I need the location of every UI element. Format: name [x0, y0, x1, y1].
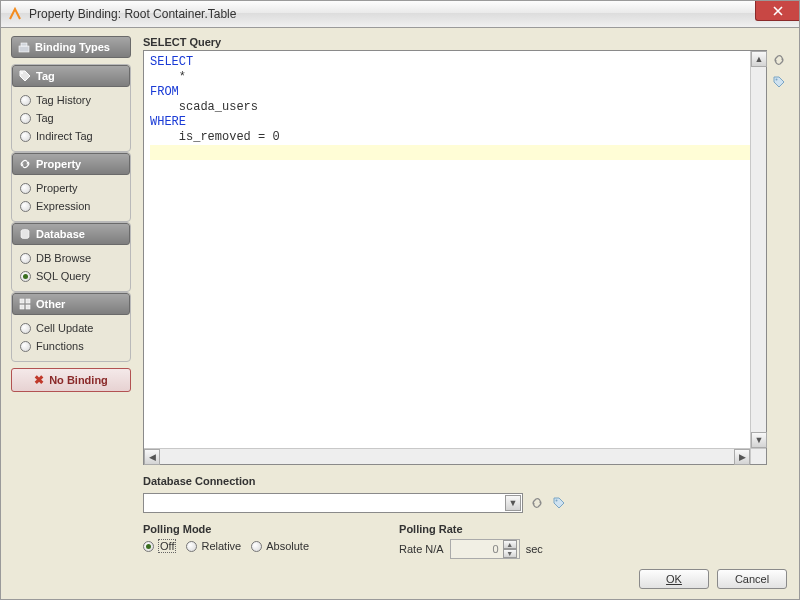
titlebar: Property Binding: Root Container.Table — [0, 0, 800, 28]
group-header-other: Other — [12, 293, 130, 315]
polling-rate-value: 0 — [453, 543, 503, 555]
option-label: Cell Update — [36, 322, 93, 334]
sidebar-group-other: OtherCell UpdateFunctions — [11, 292, 131, 362]
app-icon — [7, 6, 23, 22]
query-line: WHERE — [150, 115, 760, 130]
query-editor[interactable]: SELECT *FROM scada_usersWHERE is_removed… — [144, 51, 766, 464]
cancel-button[interactable]: Cancel — [717, 569, 787, 589]
polling-mode-options: OffRelativeAbsolute — [143, 539, 309, 553]
scroll-right-button[interactable]: ▶ — [734, 449, 750, 465]
query-editor-frame: SELECT *FROM scada_usersWHERE is_removed… — [143, 50, 767, 465]
binding-option-sql-query[interactable]: SQL Query — [18, 267, 124, 285]
dialog-footer: OK Cancel — [11, 569, 789, 589]
scroll-left-button[interactable]: ◀ — [144, 449, 160, 465]
scroll-up-button[interactable]: ▲ — [751, 51, 767, 67]
query-line: is_removed = 0 — [150, 130, 760, 145]
polling-rate-spinner[interactable]: 0 ▲ ▼ — [450, 539, 520, 559]
svg-rect-1 — [21, 43, 27, 46]
polling-option-absolute[interactable]: Absolute — [251, 540, 309, 552]
toolbox-icon — [18, 41, 30, 53]
db-link-icon[interactable] — [529, 495, 545, 511]
query-line: scada_users — [150, 100, 760, 115]
binding-option-tag[interactable]: Tag — [18, 109, 124, 127]
radio-icon — [20, 253, 31, 264]
query-line: FROM — [150, 85, 760, 100]
group-header-database: Database — [12, 223, 130, 245]
polling-option-relative[interactable]: Relative — [186, 540, 241, 552]
binding-option-functions[interactable]: Functions — [18, 337, 124, 355]
spinner-up-icon[interactable]: ▲ — [503, 540, 517, 549]
window-title: Property Binding: Root Container.Table — [29, 7, 236, 21]
option-label: Functions — [36, 340, 84, 352]
radio-icon — [20, 201, 31, 212]
remove-icon: ✖ — [34, 373, 44, 387]
option-label: Indirect Tag — [36, 130, 93, 142]
polling-rate-prefix: Rate N/A — [399, 543, 444, 555]
radio-icon — [251, 541, 262, 552]
query-line: * — [150, 70, 760, 85]
ok-button[interactable]: OK — [639, 569, 709, 589]
editor-caret-line — [150, 145, 760, 160]
radio-icon — [20, 341, 31, 352]
no-binding-button[interactable]: ✖ No Binding — [11, 368, 131, 392]
binding-option-expression[interactable]: Expression — [18, 197, 124, 215]
polling-option-label: Off — [158, 539, 176, 553]
sidebar-group-tag: TagTag HistoryTagIndirect Tag — [11, 64, 131, 152]
option-label: SQL Query — [36, 270, 91, 282]
link-icon — [19, 158, 31, 170]
tag-icon — [19, 70, 31, 82]
sidebar-group-database: DatabaseDB BrowseSQL Query — [11, 222, 131, 292]
svg-point-9 — [556, 500, 558, 502]
select-query-label: SELECT Query — [143, 36, 789, 48]
option-label: Tag — [36, 112, 54, 124]
polling-option-label: Absolute — [266, 540, 309, 552]
radio-icon — [186, 541, 197, 552]
cancel-label: Cancel — [735, 573, 769, 585]
radio-icon — [20, 323, 31, 334]
ok-label: OK — [666, 573, 682, 585]
radio-icon — [20, 131, 31, 142]
group-label: Property — [36, 158, 81, 170]
insert-tag-icon[interactable] — [771, 74, 787, 90]
group-header-property: Property — [12, 153, 130, 175]
db-connection-select[interactable]: ▼ — [143, 493, 523, 513]
option-label: Property — [36, 182, 78, 194]
option-label: Tag History — [36, 94, 91, 106]
scroll-corner — [750, 448, 766, 464]
query-line: SELECT — [150, 55, 760, 70]
binding-option-property[interactable]: Property — [18, 179, 124, 197]
content-area: SELECT Query SELECT *FROM scada_usersWHE… — [143, 36, 789, 559]
option-label: DB Browse — [36, 252, 91, 264]
insert-property-icon[interactable] — [771, 52, 787, 68]
binding-types-label: Binding Types — [35, 41, 110, 53]
window-body: Binding Types TagTag HistoryTagIndirect … — [0, 28, 800, 600]
radio-icon — [143, 541, 154, 552]
binding-option-db-browse[interactable]: DB Browse — [18, 249, 124, 267]
dropdown-arrow-icon[interactable]: ▼ — [505, 495, 521, 511]
scroll-down-button[interactable]: ▼ — [751, 432, 767, 448]
binding-option-cell-update[interactable]: Cell Update — [18, 319, 124, 337]
binding-option-indirect-tag[interactable]: Indirect Tag — [18, 127, 124, 145]
svg-rect-5 — [26, 299, 30, 303]
svg-rect-6 — [20, 305, 24, 309]
sidebar: Binding Types TagTag HistoryTagIndirect … — [11, 36, 131, 559]
grid-icon — [19, 298, 31, 310]
svg-point-2 — [21, 72, 23, 74]
spinner-down-icon[interactable]: ▼ — [503, 549, 517, 558]
db-icon — [19, 228, 31, 240]
db-tag-icon[interactable] — [551, 495, 567, 511]
polling-option-label: Relative — [201, 540, 241, 552]
binding-types-header: Binding Types — [11, 36, 131, 58]
radio-icon — [20, 271, 31, 282]
radio-icon — [20, 95, 31, 106]
svg-rect-0 — [19, 46, 29, 52]
polling-mode-label: Polling Mode — [143, 523, 309, 535]
scrollbar-vertical[interactable]: ▲ ▼ — [750, 51, 766, 448]
scrollbar-horizontal[interactable]: ◀ ▶ — [144, 448, 750, 464]
svg-rect-4 — [20, 299, 24, 303]
svg-point-8 — [776, 79, 778, 81]
close-button[interactable] — [755, 1, 799, 21]
polling-option-off[interactable]: Off — [143, 539, 176, 553]
group-label: Database — [36, 228, 85, 240]
binding-option-tag-history[interactable]: Tag History — [18, 91, 124, 109]
